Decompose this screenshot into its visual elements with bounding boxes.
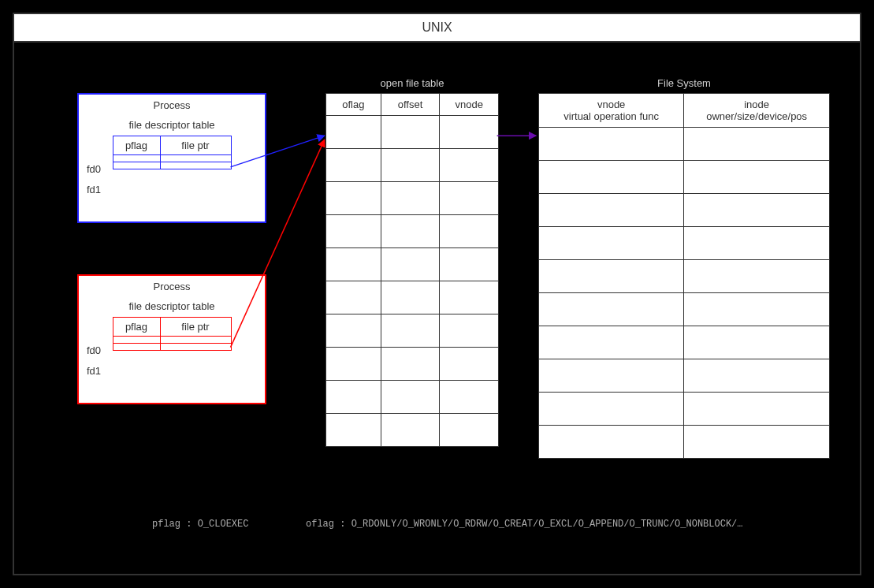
file-system-label: File System bbox=[538, 77, 830, 89]
process-b-fdt: pflag file ptr bbox=[113, 317, 232, 351]
table-row bbox=[539, 161, 830, 194]
diagram-frame: UNIX Process file descriptor table pflag… bbox=[13, 13, 861, 575]
table-row bbox=[326, 248, 499, 281]
table-row bbox=[326, 182, 499, 215]
table-row bbox=[539, 426, 830, 459]
oft-col-vnode: vnode bbox=[440, 94, 499, 116]
table-row bbox=[326, 116, 499, 149]
fs-col-vnode: vnode virtual operation func bbox=[539, 94, 684, 128]
fd-label: fd1 bbox=[87, 180, 101, 200]
table-row bbox=[326, 348, 499, 381]
oft-col-oflag: oflag bbox=[326, 94, 381, 116]
fd-label: fd0 bbox=[87, 341, 101, 361]
footnote-oflag: oflag : O_RDONLY/O_WRONLY/O_RDRW/O_CREAT… bbox=[306, 519, 743, 530]
table-row bbox=[113, 337, 231, 344]
process-a-fdt: pflag file ptr bbox=[113, 136, 232, 169]
table-row bbox=[539, 393, 830, 426]
oft-col-offset: offset bbox=[381, 94, 440, 116]
process-b-title: Process bbox=[79, 281, 265, 292]
open-file-table-label: open file table bbox=[325, 77, 499, 89]
process-b-subtitle: file descriptor table bbox=[79, 300, 265, 312]
table-row bbox=[326, 149, 499, 182]
fd-label: fd0 bbox=[87, 159, 101, 180]
fs-col-inode: inode owner/size/device/pos bbox=[684, 94, 830, 128]
table-row bbox=[539, 359, 830, 393]
fdt-col-pflag: pflag bbox=[113, 136, 160, 155]
process-a-subtitle: file descriptor table bbox=[79, 119, 265, 131]
process-a-title: Process bbox=[79, 99, 265, 111]
table-row bbox=[539, 326, 830, 359]
table-row bbox=[326, 281, 499, 314]
footnote-pflag: pflag : O_CLOEXEC bbox=[152, 519, 248, 530]
title-bar: UNIX bbox=[14, 14, 860, 43]
process-box-b: Process file descriptor table pflag file… bbox=[77, 274, 266, 404]
table-row bbox=[539, 260, 830, 293]
table-row bbox=[113, 155, 231, 162]
process-box-a: Process file descriptor table pflag file… bbox=[77, 93, 266, 223]
fdt-col-fileptr: file ptr bbox=[160, 136, 231, 155]
fdt-col-fileptr: file ptr bbox=[160, 318, 231, 337]
table-row bbox=[326, 414, 499, 447]
open-file-table: oflag offset vnode bbox=[325, 93, 499, 447]
fd-label: fd1 bbox=[87, 361, 101, 381]
table-row bbox=[113, 162, 231, 169]
table-row bbox=[539, 227, 830, 260]
table-row bbox=[113, 344, 231, 351]
table-row bbox=[539, 128, 830, 161]
table-row bbox=[326, 215, 499, 248]
table-row bbox=[326, 314, 499, 348]
table-row bbox=[539, 194, 830, 227]
table-row bbox=[326, 381, 499, 414]
fdt-col-pflag: pflag bbox=[113, 318, 160, 337]
table-row bbox=[539, 293, 830, 326]
file-system-table: vnode virtual operation func inode owner… bbox=[538, 93, 830, 459]
diagram-title: UNIX bbox=[422, 20, 452, 34]
